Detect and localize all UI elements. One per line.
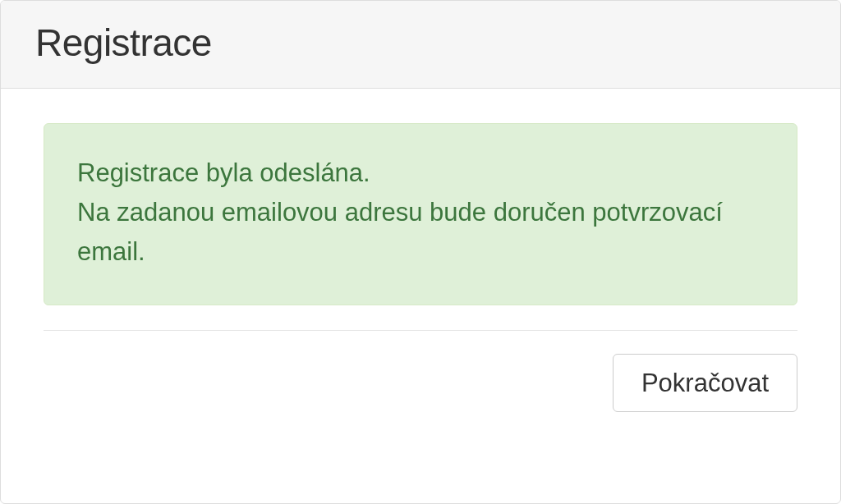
button-row: Pokračovat [44, 354, 797, 412]
registration-panel: Registrace Registrace byla odeslána. Na … [0, 0, 841, 504]
panel-footer: Pokračovat [1, 330, 840, 445]
alert-line2: Na zadanou emailovou adresu bude doručen… [77, 193, 764, 272]
panel-header: Registrace [1, 1, 840, 89]
page-title: Registrace [35, 21, 806, 65]
success-alert: Registrace byla odeslána. Na zadanou ema… [44, 123, 797, 305]
alert-line1: Registrace byla odeslána. [77, 153, 764, 193]
divider [44, 330, 797, 331]
continue-button[interactable]: Pokračovat [613, 354, 797, 412]
panel-body: Registrace byla odeslána. Na zadanou ema… [1, 89, 840, 330]
